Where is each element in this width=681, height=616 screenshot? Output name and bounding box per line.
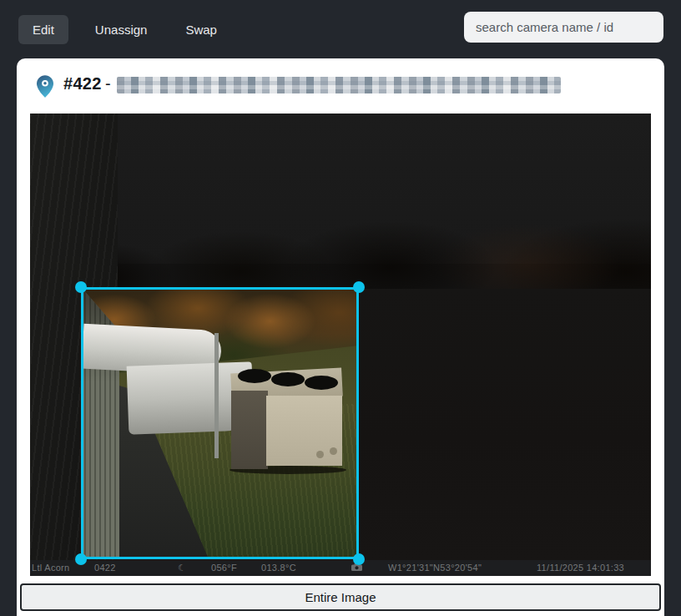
camera-name-redacted: [117, 77, 561, 93]
osd-datetime: 11/11/2025 14:01:33: [537, 563, 624, 573]
title-separator: -: [105, 74, 111, 93]
toolbar: Edit Unassign Swap: [0, 0, 681, 58]
unassign-button[interactable]: Unassign: [83, 15, 159, 44]
swap-button[interactable]: Swap: [174, 15, 229, 44]
entire-image-button[interactable]: Entire Image: [20, 583, 661, 611]
search-container: [464, 12, 663, 43]
crop-handle-bottom-right[interactable]: [353, 553, 365, 565]
crop-handle-bottom-left[interactable]: [75, 553, 87, 565]
osd-strip: Ltl Acorn 0422 ☾ 056°F 013.8°C W1°21'31"…: [30, 560, 651, 576]
crop-handle-top-right[interactable]: [353, 281, 365, 293]
osd-camera-number: 0422: [94, 563, 116, 573]
camera-card: #422 -: [17, 58, 664, 616]
crop-handle-top-left[interactable]: [75, 281, 87, 293]
camera-photo-canvas[interactable]: Ltl Acorn 0422 ☾ 056°F 013.8°C W1°21'31"…: [30, 114, 651, 576]
camera-id: #422: [63, 74, 102, 93]
search-input[interactable]: [464, 12, 663, 43]
crop-selection-rect[interactable]: [81, 287, 359, 559]
crescent-moon-icon: ☾: [178, 563, 186, 573]
osd-brand: Ltl Acorn: [32, 563, 70, 573]
osd-gps: W1°21'31"N53°20'54": [388, 563, 482, 573]
location-pin-icon: [37, 75, 53, 98]
edit-button[interactable]: Edit: [18, 15, 68, 44]
osd-temp-celsius: 013.8°C: [261, 563, 296, 573]
camera-title-row: #422 -: [17, 58, 664, 114]
osd-temp-fahrenheit: 056°F: [211, 563, 237, 573]
